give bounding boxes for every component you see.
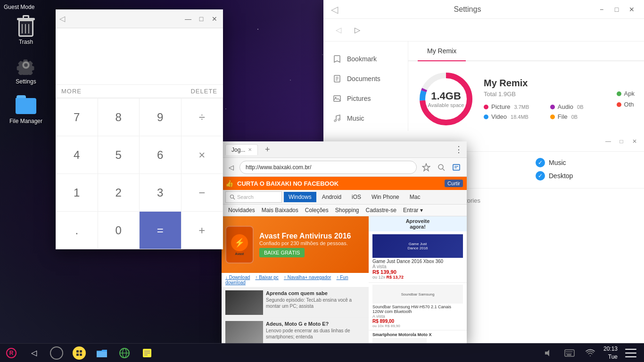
fm-maximize-button[interactable]: □: [618, 138, 625, 145]
fm-minimize-button[interactable]: —: [604, 138, 612, 145]
svg-line-1: [443, 169, 445, 171]
browser-links-row: ↓ Download ↑ Baixar pc ↑ Navalha+ navega…: [222, 273, 369, 288]
avast-subtitle: Confiado por 230 milhões de pessoas.: [259, 240, 365, 246]
sidebar-item-filemanager[interactable]: File Manager: [9, 93, 42, 124]
news-thumb-2: [225, 321, 263, 344]
sidebar-bookmark-label: Bookmark: [347, 55, 377, 63]
taskbar-globe-icon: [119, 347, 130, 359]
browser-tab-windows[interactable]: Windows: [284, 192, 316, 202]
browser-nav-shopping[interactable]: Shopping: [332, 206, 362, 215]
taskbar-back-button[interactable]: ◁: [26, 346, 41, 361]
taskbar-menu-button[interactable]: [623, 346, 638, 361]
storage-title: My Remix: [484, 78, 607, 89]
calc-more-button[interactable]: MORE: [61, 88, 82, 95]
browser-reader-button[interactable]: [450, 161, 463, 174]
sidebar-pictures[interactable]: Pictures: [323, 89, 408, 108]
calc-btn-multiply[interactable]: ×: [182, 136, 223, 174]
taskbar-remix-button[interactable]: R: [4, 346, 19, 361]
menu-line-3: [625, 356, 636, 357]
settings-nav-forward[interactable]: ▷: [350, 23, 365, 38]
browser-tab-close[interactable]: ✕: [248, 147, 252, 152]
home-circle-icon: [50, 346, 63, 360]
sidebar-item-settings[interactable]: Settings: [15, 54, 37, 85]
taskbar-wifi-button[interactable]: [583, 346, 598, 361]
calc-btn-plus[interactable]: +: [182, 212, 223, 249]
calc-btn-0[interactable]: 0: [98, 212, 140, 249]
settings-titlebar: ◁ Settings − □ ✕: [323, 0, 644, 19]
settings-minimize-button[interactable]: −: [597, 5, 606, 14]
calc-btn-2[interactable]: 2: [98, 174, 140, 212]
browser-nav-cadastre[interactable]: Cadastre-se: [363, 206, 399, 215]
calc-btn-decimal[interactable]: .: [56, 212, 98, 249]
avast-download-button[interactable]: BAIXE GRÁTIS: [259, 248, 305, 257]
svg-rect-2: [453, 165, 460, 170]
wifi-icon: [586, 349, 595, 357]
browser-back-button[interactable]: ◁: [225, 162, 237, 173]
calc-close-button[interactable]: ✕: [210, 14, 219, 24]
sidebar-bookmark[interactable]: Bookmark: [323, 49, 408, 69]
calc-back-icon[interactable]: ◁: [59, 14, 65, 23]
browser-url-bar[interactable]: http://www.baixaki.com.br/: [239, 161, 417, 174]
browser-nav-colecoes[interactable]: Coleções: [302, 206, 331, 215]
calc-btn-3[interactable]: 3: [140, 174, 182, 212]
calc-btn-equals[interactable]: =: [140, 212, 182, 249]
guest-mode-label: Guest Mode: [4, 4, 34, 10]
calc-minimize-button[interactable]: —: [183, 14, 193, 24]
legend-label-file: File: [558, 113, 568, 120]
browser-tab-ios[interactable]: iOS: [347, 192, 366, 202]
browser-search-input[interactable]: Search: [225, 191, 282, 203]
calc-btn-6[interactable]: 6: [140, 136, 182, 174]
taskbar-browser-button[interactable]: [117, 346, 132, 361]
browser-new-tab-button[interactable]: +: [262, 144, 273, 155]
calc-btn-8[interactable]: 8: [98, 99, 140, 136]
legend-dot-other: [617, 102, 621, 107]
browser-link-navalha[interactable]: ↑ Navalha+ navegador: [284, 275, 331, 280]
settings-nav-back[interactable]: ◁: [331, 23, 346, 38]
sidebar-documents-label: Documents: [347, 75, 380, 82]
browser-nav-novidades[interactable]: Novidades: [225, 206, 258, 215]
browser-tab-winphone[interactable]: Win Phone: [367, 192, 404, 202]
aproveite-banner: Aproveiteagora!: [369, 216, 467, 231]
browser-window: Jog... ✕ + ⋮ ◁ http://www.baixaki.com.br…: [222, 141, 467, 344]
calc-btn-9[interactable]: 9: [140, 99, 182, 136]
browser-link-download[interactable]: ↓ Download: [225, 275, 250, 280]
browser-bookmark-button[interactable]: [420, 161, 433, 174]
sidebar-item-trash[interactable]: Trash: [15, 14, 37, 45]
taskbar-filemanager-button[interactable]: [94, 346, 109, 361]
fm-close-button[interactable]: ✕: [631, 138, 638, 145]
settings-tab-myremix[interactable]: My Remix: [418, 41, 466, 61]
calc-delete-button[interactable]: DELETE: [190, 88, 217, 95]
taskbar-volume-left-button[interactable]: [541, 346, 556, 361]
sidebar-music[interactable]: Music: [323, 108, 408, 128]
taskbar-keyboard-button[interactable]: [562, 346, 577, 361]
settings-window-controls: − □ ✕: [597, 5, 636, 14]
taskbar-recents-button[interactable]: [72, 346, 87, 361]
news-text-2: Adeus, Moto G e Moto E? Lenovo pode ence…: [266, 321, 365, 344]
browser-search-button[interactable]: [435, 161, 448, 174]
calc-maximize-button[interactable]: □: [197, 14, 206, 24]
settings-close-button[interactable]: ✕: [627, 5, 636, 14]
browser-menu-button[interactable]: ⋮: [454, 144, 463, 155]
legend-label-picture: Picture: [491, 103, 510, 110]
settings-maximize-button[interactable]: □: [612, 5, 621, 14]
svg-rect-21: [76, 350, 79, 353]
calc-btn-1[interactable]: 1: [56, 174, 98, 212]
calc-btn-minus[interactable]: −: [182, 174, 223, 212]
calc-btn-7[interactable]: 7: [56, 99, 98, 136]
browser-tab-active[interactable]: Jog... ✕: [225, 144, 258, 155]
calc-btn-4[interactable]: 4: [56, 136, 98, 174]
browser-tab-mac[interactable]: Mac: [405, 192, 425, 202]
taskbar-time-display: 20:13: [603, 345, 618, 353]
sidebar-documents[interactable]: Documents: [323, 69, 408, 89]
taskbar-home-button[interactable]: [49, 346, 64, 361]
svg-rect-11: [334, 96, 340, 101]
calc-btn-5[interactable]: 5: [98, 136, 140, 174]
browser-nav-mais-baixados[interactable]: Mais Baixados: [259, 206, 301, 215]
settings-icon: [15, 54, 37, 76]
browser-tab-android[interactable]: Android: [317, 192, 346, 202]
browser-nav-entrar[interactable]: Entrar ▾: [400, 206, 426, 215]
browser-link-baixar[interactable]: ↑ Baixar pc: [255, 275, 278, 280]
browser-fb-like-button[interactable]: Curtir: [445, 180, 463, 187]
calc-btn-divide[interactable]: ÷: [182, 99, 223, 136]
taskbar-notes-button[interactable]: [140, 346, 155, 361]
